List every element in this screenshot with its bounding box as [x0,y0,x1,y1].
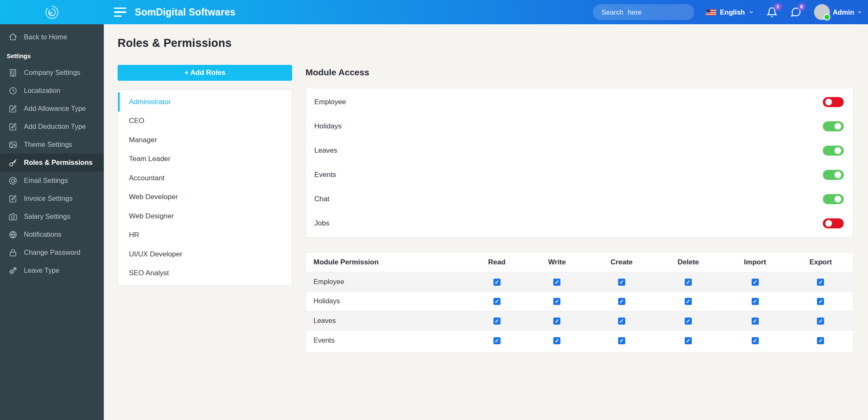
permission-checkbox-events-import[interactable] [752,337,759,344]
module-access-title: Module Access [306,67,853,77]
permission-checkbox-events-read[interactable] [493,337,501,344]
module-panel: Module Access EmployeeHolidaysLeavesEven… [306,65,853,353]
toggle-knob [825,220,832,227]
role-item-web-developer[interactable]: Web Developer [118,188,292,207]
role-item-manager[interactable]: Manager [118,131,292,150]
chevron-down-icon [749,10,754,15]
module-toggle-holidays[interactable] [823,121,844,131]
permission-checkbox-employee-delete[interactable] [685,279,692,286]
permission-checkbox-holidays-create[interactable] [618,298,625,305]
sidebar-item-add-deduction-type[interactable]: Add Deduction Type [0,118,104,136]
role-item-accountant[interactable]: Accountant [118,169,292,188]
sidebar-item-salary-settings[interactable]: Salary Settings [0,207,104,225]
module-label: Events [314,171,336,179]
app-title: SomDigital Softwares [135,7,235,18]
permission-checkbox-leaves-export[interactable] [817,318,824,325]
building-icon [8,68,18,77]
permission-checkbox-leaves-delete[interactable] [685,318,692,325]
module-row-leaves: Leaves [306,138,853,163]
permission-checkbox-events-create[interactable] [618,337,625,344]
sidebar-item-leave-type[interactable]: Leave Type [0,261,104,279]
clock-icon [8,86,18,95]
messages-button[interactable]: 8 [790,7,801,18]
sidebar-item-roles-permissions[interactable]: Roles & Permissions [0,154,104,172]
permission-checkbox-leaves-write[interactable] [553,318,560,325]
toggle-knob [835,172,841,178]
module-label: Holidays [314,122,342,131]
module-label: Leaves [314,146,337,155]
module-label: Jobs [314,219,329,228]
sidebar-item-back-to-home[interactable]: Back to Home [0,27,104,47]
module-toggle-jobs[interactable] [823,218,844,228]
role-item-seo-analyst[interactable]: SEO Analyst [118,264,292,283]
roles-panel: + Add Roles AdministratorCEOManagerTeam … [118,65,292,353]
role-item-ceo[interactable]: CEO [118,112,292,131]
sidebar-item-email-settings[interactable]: Email Settings [0,172,104,190]
brand-area [0,0,104,24]
user-menu[interactable]: Admin [814,4,862,20]
language-selector[interactable]: English [706,8,754,16]
sidebar-item-change-password[interactable]: Change Password [0,243,104,261]
permission-checkbox-employee-export[interactable] [817,279,824,286]
column-header-create: Create [588,253,655,272]
sidebar-item-label: Localization [24,87,60,95]
permission-checkbox-employee-create[interactable] [618,279,625,286]
module-toggle-events[interactable] [823,170,844,180]
sidebar-item-company-settings[interactable]: Company Settings [0,64,104,82]
permissions-table-card: Module PermissionReadWriteCreateDeleteIm… [306,252,853,353]
lock-icon [8,248,18,257]
column-header-export: Export [788,253,853,272]
module-toggle-leaves[interactable] [823,146,844,156]
module-toggle-chat[interactable] [823,194,844,204]
sidebar-item-theme-settings[interactable]: Theme Settings [0,136,104,154]
table-row-leaves: Leaves [306,311,853,330]
module-toggle-employee[interactable] [823,97,844,107]
toggle-knob [835,196,841,202]
role-item-team-leader[interactable]: Team Leader [118,150,292,169]
permissions-table: Module PermissionReadWriteCreateDeleteIm… [306,253,853,350]
permission-module-label: Events [306,330,468,350]
search-box[interactable] [593,4,694,20]
module-label: Employee [314,98,346,106]
permission-checkbox-holidays-read[interactable] [493,298,501,305]
menu-toggle-button[interactable] [114,8,126,17]
at-sign-icon [8,176,18,185]
permission-checkbox-leaves-read[interactable] [493,318,501,325]
sidebar-item-label: Roles & Permissions [24,159,92,166]
chevron-down-icon [857,10,862,15]
module-row-chat: Chat [306,187,853,211]
permission-checkbox-holidays-delete[interactable] [685,298,692,305]
permission-module-label: Holidays [306,292,468,311]
permission-checkbox-events-write[interactable] [553,337,560,344]
sidebar-item-label: Invoice Settings [24,195,72,202]
role-item-administrator[interactable]: Administrator [118,92,292,112]
sidebar-item-notifications[interactable]: Notifications [0,225,104,243]
permission-checkbox-events-export[interactable] [817,337,824,344]
table-row-employee: Employee [306,272,853,292]
permission-checkbox-holidays-import[interactable] [752,298,759,305]
sidebar-item-invoice-settings[interactable]: Invoice Settings [0,190,104,207]
permission-checkbox-leaves-import[interactable] [752,318,759,325]
sidebar-item-label: Add Allowance Type [24,105,86,113]
search-input[interactable] [601,8,693,16]
permission-checkbox-employee-write[interactable] [553,279,560,286]
sidebar-item-label: Theme Settings [24,141,72,149]
notifications-button[interactable]: 3 [766,7,778,18]
role-item-hr[interactable]: HR [118,226,292,245]
role-item-ui-ux-developer[interactable]: UI/UX Developer [118,245,292,264]
role-item-web-designer[interactable]: Web Designer [118,207,292,226]
sidebar-item-localization[interactable]: Localization [0,82,104,100]
module-access-card: EmployeeHolidaysLeavesEventsChatJobs [306,88,853,238]
add-roles-button[interactable]: + Add Roles [118,65,292,81]
permission-checkbox-leaves-create[interactable] [618,318,625,325]
permission-checkbox-employee-read[interactable] [493,279,501,286]
sidebar-item-add-allowance-type[interactable]: Add Allowance Type [0,100,104,118]
permission-checkbox-holidays-write[interactable] [553,298,560,305]
permission-checkbox-events-delete[interactable] [685,337,692,344]
permission-checkbox-employee-import[interactable] [752,279,759,286]
column-header-delete: Delete [655,253,722,272]
permission-checkbox-holidays-export[interactable] [817,298,824,305]
module-row-holidays: Holidays [306,114,853,138]
permission-module-label: Leaves [306,311,468,330]
roles-list: AdministratorCEOManagerTeam LeaderAccoun… [118,90,292,286]
